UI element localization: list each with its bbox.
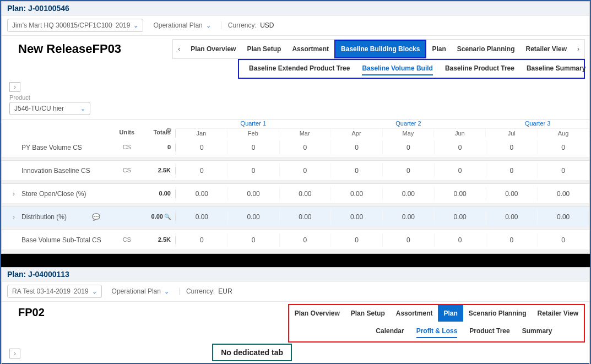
data-cell[interactable]: 0 xyxy=(176,140,228,155)
data-cell[interactable]: 0 xyxy=(435,140,486,155)
data-cell[interactable]: 0.00 xyxy=(383,187,435,201)
tab-retailer-view[interactable]: Retailer View xyxy=(532,305,584,322)
subtab-product-tree[interactable]: Product Tree xyxy=(469,325,509,338)
totals-cell: 2.5K xyxy=(142,167,175,175)
units-cell: CS xyxy=(111,236,142,244)
chevron-down-icon: ⌄ xyxy=(164,288,169,295)
table-row[interactable]: Innovation Baseline CSCS2.5K00000000 xyxy=(2,161,589,181)
data-cell[interactable]: 0 xyxy=(331,164,383,178)
customer-dropdown[interactable]: RA Test 03-14-2019 2019 ⌄ xyxy=(7,285,102,298)
table-row[interactable]: Base Volume Sub-Total CSCS2.5K00000000 xyxy=(2,230,589,250)
customer-value: Jim's Mart HQ 300815/CPF1C100 xyxy=(12,21,112,29)
units-cell: CS xyxy=(111,144,142,151)
month-header: Mar xyxy=(279,129,331,138)
subtab-summary[interactable]: Summary xyxy=(522,325,552,338)
comment-icon[interactable]: 💬 xyxy=(92,213,100,221)
data-cell[interactable]: 0.00 xyxy=(228,210,280,224)
units-cell xyxy=(111,213,142,221)
subtab-volume-build[interactable]: Baseline Volume Build xyxy=(362,62,432,75)
panel-expander[interactable]: › xyxy=(9,349,20,358)
currency-value: USD xyxy=(260,21,274,29)
tab-scenario-planning[interactable]: Scenario Planning xyxy=(452,41,520,57)
tab-plan[interactable]: Plan xyxy=(426,41,451,57)
plan-type-dropdown[interactable]: Operational Plan ⌄ xyxy=(149,19,215,31)
data-cell[interactable]: 0.00 xyxy=(280,187,332,201)
data-cell[interactable]: 0.00 xyxy=(435,187,486,201)
data-cell[interactable]: 0.00 xyxy=(383,210,435,224)
data-cell[interactable]: 0 xyxy=(383,140,435,155)
tab-nav-prev[interactable]: ‹ xyxy=(173,45,185,53)
data-cell[interactable]: 0.00 xyxy=(176,210,228,224)
data-cell[interactable]: 0 xyxy=(228,140,280,155)
data-cell[interactable]: 0.00 xyxy=(486,187,538,201)
tab-assortment[interactable]: Assortment xyxy=(286,41,334,57)
currency-label: Currency: xyxy=(228,21,257,29)
tab-highlight-box: Plan Overview Plan Setup Assortment Plan… xyxy=(288,304,585,343)
data-cell[interactable]: 0 xyxy=(176,233,228,247)
data-cell[interactable]: 0 xyxy=(486,233,538,247)
subtab-extended-product-tree[interactable]: Baseline Extended Product Tree xyxy=(249,62,350,75)
customer-value: RA Test 03-14-2019 xyxy=(12,287,71,295)
customer-dropdown[interactable]: Jim's Mart HQ 300815/CPF1C100 2019 ⌄ xyxy=(7,19,143,32)
data-cell[interactable]: 0 xyxy=(280,233,332,247)
data-cell[interactable]: 0 xyxy=(331,233,383,247)
tab-plan[interactable]: Plan xyxy=(438,305,463,322)
chevron-down-icon: ⌄ xyxy=(133,22,138,29)
tab-assortment[interactable]: Assortment xyxy=(391,305,438,322)
panel-expander[interactable]: › xyxy=(9,82,20,92)
table-row[interactable]: ›Distribution (%)💬0.00🔍0.000.000.000.000… xyxy=(2,207,589,227)
tab-scenario-planning[interactable]: Scenario Planning xyxy=(463,305,532,322)
tab-retailer-view[interactable]: Retailer View xyxy=(520,41,572,57)
table-row[interactable]: ›Store Open/Close (%)0.000.000.000.000.0… xyxy=(2,184,589,204)
subtab-summary[interactable]: Baseline Summary xyxy=(527,62,585,75)
data-cell[interactable]: 0 xyxy=(228,164,280,178)
row-expander[interactable]: › xyxy=(13,213,18,221)
tab-plan-setup[interactable]: Plan Setup xyxy=(241,41,286,57)
table-row[interactable]: PY Base Volume CSCS000000000 xyxy=(2,138,589,157)
row-expander[interactable]: › xyxy=(13,190,18,198)
data-cell[interactable]: 0 xyxy=(176,164,228,178)
data-cell[interactable]: 0.00 xyxy=(331,210,383,224)
data-cell[interactable]: 0 xyxy=(383,233,435,247)
subtab-product-tree[interactable]: Baseline Product Tree xyxy=(445,62,514,75)
data-cell[interactable]: 0.00 xyxy=(435,210,486,224)
product-dropdown[interactable]: J546-TU/CU hier ⌄ xyxy=(9,102,90,115)
data-cell[interactable]: 0 xyxy=(538,140,589,155)
subtab-profit-loss[interactable]: Profit & Loss xyxy=(416,325,458,338)
data-cell[interactable]: 0 xyxy=(435,164,486,178)
data-cell[interactable]: 0 xyxy=(280,140,332,155)
plan-type-dropdown[interactable]: Operational Plan ⌄ xyxy=(107,285,173,297)
subtab-calendar[interactable]: Calendar xyxy=(376,325,404,338)
data-cell[interactable]: 0.00 xyxy=(280,210,332,224)
data-cell[interactable]: 0 xyxy=(538,233,589,247)
metric-name: ›Distribution (%)💬 xyxy=(2,213,111,221)
gear-icon[interactable]: ⚙ xyxy=(166,127,172,134)
quarter-header: Quarter 3 xyxy=(486,118,589,129)
data-cell[interactable]: 0 xyxy=(383,164,435,178)
data-cell[interactable]: 0 xyxy=(435,233,486,247)
data-cell[interactable]: 0.00 xyxy=(331,187,383,201)
data-cell[interactable]: 0 xyxy=(538,164,589,178)
data-cell[interactable]: 0 xyxy=(228,233,280,247)
tab-plan-overview[interactable]: Plan Overview xyxy=(289,305,345,322)
release-label-bottom: FP02 xyxy=(2,302,216,319)
data-cell[interactable]: 0 xyxy=(486,164,538,178)
tab-plan-overview[interactable]: Plan Overview xyxy=(185,41,241,57)
data-cell[interactable]: 0.00 xyxy=(228,187,280,201)
tab-nav-next[interactable]: › xyxy=(572,45,584,53)
data-cell[interactable]: 0 xyxy=(331,140,383,155)
data-cell[interactable]: 0.00 xyxy=(538,210,589,224)
chevron-down-icon: ⌄ xyxy=(206,22,211,29)
subtab-highlight-box: Baseline Extended Product Tree Baseline … xyxy=(238,59,585,79)
plan-title-bottom: Plan: J-04000113 xyxy=(2,268,589,281)
data-cell[interactable]: 0.00 xyxy=(486,210,538,224)
tab-baseline-building-blocks[interactable]: Baseline Building Blocks xyxy=(335,41,425,57)
data-cell[interactable]: 0 xyxy=(486,140,538,155)
month-header: May xyxy=(383,129,435,138)
data-cell[interactable]: 0.00 xyxy=(538,187,589,201)
data-cell[interactable]: 0 xyxy=(280,164,332,178)
tab-plan-setup[interactable]: Plan Setup xyxy=(345,305,391,322)
data-cell[interactable]: 0.00 xyxy=(176,187,228,201)
panel-divider xyxy=(1,254,590,267)
zoom-icon[interactable]: 🔍 xyxy=(164,214,171,220)
